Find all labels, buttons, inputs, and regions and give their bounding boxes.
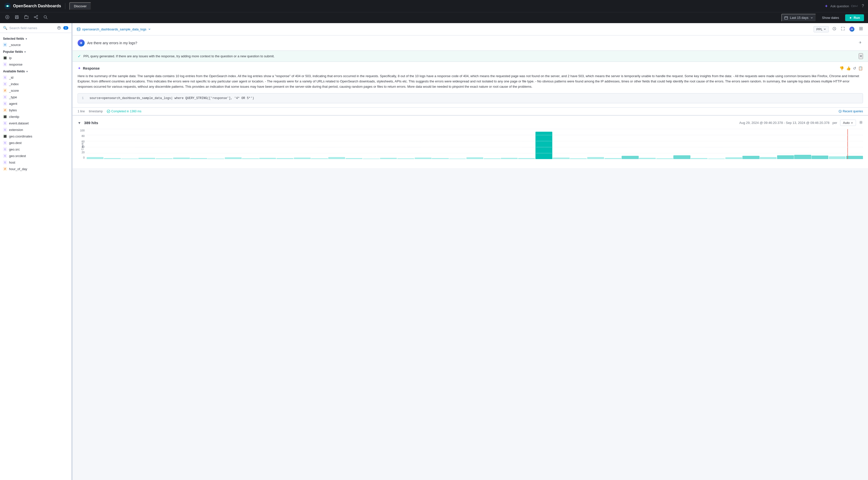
- list-item[interactable]: t extension: [0, 126, 71, 133]
- chart-bar[interactable]: [397, 158, 414, 159]
- chart-bar[interactable]: [742, 156, 759, 159]
- chart-bar[interactable]: [277, 158, 293, 159]
- chart-bar[interactable]: [535, 132, 552, 159]
- user-avatar-button[interactable]: AI: [848, 26, 856, 33]
- list-item[interactable]: t host: [0, 159, 71, 166]
- chart-bar[interactable]: [639, 158, 656, 159]
- chart-bar[interactable]: [518, 158, 535, 159]
- refresh-button[interactable]: ↺: [853, 66, 856, 70]
- field-type-icon: t: [3, 62, 7, 66]
- search-input[interactable]: [9, 26, 55, 30]
- thumbs-up-button[interactable]: 👍: [846, 66, 851, 70]
- chart-bar[interactable]: [346, 158, 363, 159]
- chart-bar[interactable]: [708, 158, 725, 159]
- chart-bar[interactable]: [725, 157, 742, 159]
- chart-bar[interactable]: [501, 158, 518, 159]
- list-item[interactable]: t _id: [0, 74, 71, 81]
- field-type-icon: t: [3, 128, 7, 132]
- chart-bar[interactable]: [225, 157, 242, 159]
- query-history-button[interactable]: [831, 26, 837, 33]
- chart-bar[interactable]: [449, 158, 466, 159]
- popular-fields-header[interactable]: Popular fields ▾: [0, 48, 71, 55]
- recent-queries-button[interactable]: Recent queries: [839, 110, 863, 113]
- chart-bar[interactable]: [760, 157, 777, 159]
- list-item[interactable]: t _type: [0, 94, 71, 100]
- chart-bar[interactable]: [294, 157, 311, 159]
- show-dates-button[interactable]: Show dates: [819, 14, 842, 21]
- chart-bar[interactable]: [587, 157, 604, 159]
- time-range-selector[interactable]: Last 15 days: [781, 14, 816, 22]
- help-icon-button[interactable]: ?: [862, 4, 864, 8]
- chart-bar[interactable]: [259, 158, 276, 159]
- share-button[interactable]: [33, 14, 39, 22]
- chart-bar[interactable]: [363, 158, 380, 159]
- list-item[interactable]: t agent: [0, 100, 71, 107]
- chart-bar[interactable]: [604, 158, 621, 159]
- thumbs-down-button[interactable]: 👎: [839, 66, 844, 70]
- chart-bar[interactable]: [829, 156, 846, 159]
- list-item[interactable]: t geo.srcdest: [0, 153, 71, 159]
- interval-selector[interactable]: Auto: [840, 120, 856, 126]
- index-pattern-selector[interactable]: opensearch_dashboards_sample_data_logs: [76, 27, 151, 31]
- chart-bar[interactable]: [466, 157, 483, 159]
- chart-bar[interactable]: [846, 156, 863, 159]
- chart-bar[interactable]: [121, 158, 138, 159]
- new-button[interactable]: [4, 14, 10, 22]
- chart-bar[interactable]: [242, 158, 259, 159]
- field-name: clientip: [9, 115, 19, 119]
- list-item[interactable]: t geo.dest: [0, 140, 71, 146]
- chart-bar[interactable]: [156, 158, 173, 159]
- save-button[interactable]: [13, 14, 20, 22]
- chart-bar[interactable]: [484, 158, 501, 159]
- chart-bar[interactable]: [415, 157, 432, 159]
- list-item[interactable]: t geo.src: [0, 146, 71, 153]
- list-item[interactable]: t response: [0, 61, 71, 68]
- list-item[interactable]: # _score: [0, 87, 71, 94]
- histogram-section: ▼ 389 hits Aug 29, 2024 @ 09:46:20.378 -…: [72, 116, 868, 168]
- chart-bar[interactable]: [208, 158, 224, 159]
- chart-bar[interactable]: [104, 158, 121, 159]
- chart-bar[interactable]: [656, 158, 673, 159]
- chart-bar[interactable]: [553, 157, 569, 159]
- fullscreen-button[interactable]: [840, 26, 846, 33]
- chart-bar[interactable]: [190, 158, 207, 159]
- query-language-selector[interactable]: PPL: [813, 26, 829, 32]
- chart-bar[interactable]: [380, 158, 397, 159]
- list-item[interactable]: ⬛ ip: [0, 55, 71, 61]
- list-item[interactable]: ⬛ geo.coordinates: [0, 133, 71, 140]
- discover-tab[interactable]: Discover: [69, 2, 91, 10]
- filter-icon[interactable]: [57, 26, 61, 30]
- ask-question-button[interactable]: Ask question Ctrl+/: [824, 4, 858, 8]
- chart-bar[interactable]: [138, 158, 155, 159]
- list-item[interactable]: # hour_of_day: [0, 166, 71, 172]
- catalog-button[interactable]: [858, 26, 864, 33]
- open-button[interactable]: [23, 14, 30, 22]
- copy-button[interactable]: 📋: [858, 66, 863, 70]
- list-item[interactable]: t event.dataset: [0, 120, 71, 126]
- histogram-collapse-button[interactable]: ▼: [78, 121, 81, 125]
- list-item[interactable]: t _index: [0, 81, 71, 87]
- discover-main-content: Are there any errors in my logs? ✓ PPL q…: [72, 35, 868, 480]
- chart-bar[interactable]: [432, 158, 448, 159]
- list-item[interactable]: ⬛ clientip: [0, 113, 71, 120]
- chart-bar[interactable]: [777, 155, 794, 159]
- close-notice-button[interactable]: ✕: [859, 53, 863, 59]
- chart-bar[interactable]: [691, 158, 708, 159]
- run-button[interactable]: Run: [845, 14, 864, 21]
- selected-fields-header[interactable]: Selected fields ▾: [0, 35, 71, 41]
- list-item[interactable]: ⊙ _source: [0, 41, 71, 48]
- chart-bar[interactable]: [673, 155, 690, 159]
- expand-button[interactable]: [857, 39, 863, 47]
- chart-bar[interactable]: [173, 157, 190, 159]
- chart-bar[interactable]: [87, 157, 103, 159]
- chart-bar[interactable]: [311, 158, 328, 159]
- chart-bar[interactable]: [622, 156, 639, 159]
- available-fields-header[interactable]: Available fields ▾: [0, 68, 71, 74]
- inspect-button[interactable]: [42, 14, 49, 22]
- chart-bar[interactable]: [328, 157, 345, 159]
- chart-bar[interactable]: [811, 155, 828, 159]
- list-item[interactable]: # bytes: [0, 107, 71, 113]
- chart-bar[interactable]: [570, 158, 587, 159]
- histogram-settings-button[interactable]: [859, 120, 863, 125]
- chart-bar[interactable]: [794, 155, 811, 159]
